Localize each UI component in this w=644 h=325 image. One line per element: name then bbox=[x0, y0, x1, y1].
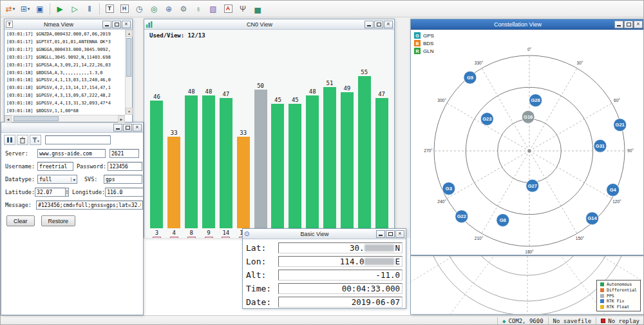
tools-button[interactable]: ⚙ bbox=[176, 2, 191, 15]
basic-row: Time:00:04:33.000 bbox=[246, 282, 402, 295]
maximize-button[interactable] bbox=[112, 21, 121, 28]
connect-button[interactable]: ⇄▾ bbox=[3, 2, 17, 15]
cn0-value-label: 47 bbox=[378, 91, 385, 97]
message-input[interactable] bbox=[36, 201, 143, 210]
minimize-button[interactable] bbox=[376, 230, 385, 238]
satellite-marker[interactable]: G16 bbox=[522, 110, 535, 123]
cn0-bar bbox=[185, 95, 198, 228]
nmea-titlebar[interactable]: T Nmea View × bbox=[5, 19, 132, 30]
step-button[interactable]: ▷ bbox=[68, 2, 82, 15]
close-icon: × bbox=[636, 21, 639, 27]
scroll-down-icon[interactable]: ▼ bbox=[126, 108, 133, 115]
latitude-stepper[interactable]: ▲▼ bbox=[66, 188, 69, 197]
minimize-button[interactable] bbox=[365, 21, 374, 28]
globe-button[interactable]: ♁ bbox=[191, 2, 205, 15]
basic-titlebar[interactable]: ⊙ Basic View × bbox=[243, 229, 406, 239]
gnss-system-label: BDS bbox=[423, 41, 433, 46]
crosshair-button[interactable]: ⊕ bbox=[162, 2, 176, 15]
satellite-marker[interactable]: G22 bbox=[455, 210, 468, 223]
nmea-log[interactable]: [03:01:17] $GNZDA,000432.000,07,06,2019[… bbox=[5, 30, 125, 115]
minimize-button[interactable] bbox=[113, 124, 122, 132]
satellite-marker[interactable]: G27 bbox=[526, 179, 539, 192]
config-titlebar[interactable]: × bbox=[1, 123, 143, 133]
close-button[interactable]: × bbox=[395, 230, 404, 238]
satellite-marker[interactable]: G26 bbox=[529, 94, 542, 107]
annotate-button[interactable]: A bbox=[221, 2, 235, 15]
maximize-button[interactable] bbox=[123, 124, 132, 132]
scrollbar-thumb[interactable] bbox=[126, 38, 131, 77]
azimuth-label: 60° bbox=[614, 98, 620, 103]
maximize-button[interactable] bbox=[624, 21, 633, 28]
horizontal-scrollbar[interactable]: ◀ ▶ bbox=[5, 115, 125, 122]
satellite-marker[interactable]: G14 bbox=[586, 212, 599, 225]
skyplot-button[interactable]: ◎ bbox=[147, 2, 161, 15]
cn0-bar-slot: 45 bbox=[287, 97, 304, 229]
port-input[interactable] bbox=[109, 149, 139, 158]
scroll-right-icon[interactable]: ▶ bbox=[118, 115, 125, 123]
filter-input[interactable] bbox=[45, 135, 111, 144]
longitude-input[interactable] bbox=[105, 188, 144, 197]
close-button[interactable]: × bbox=[634, 21, 643, 28]
layers-button[interactable]: ▧ bbox=[206, 2, 220, 15]
datatype-select[interactable]: full ▼ bbox=[37, 175, 77, 184]
satellite-id: G27 bbox=[528, 183, 537, 189]
satellite-marker[interactable]: G21 bbox=[614, 119, 627, 132]
save-button[interactable]: ▣ bbox=[33, 2, 47, 15]
close-button[interactable]: × bbox=[122, 21, 131, 28]
minimize-button[interactable] bbox=[102, 21, 111, 28]
gnss-system-label: GLN bbox=[423, 48, 433, 54]
azimuth-label: 150° bbox=[576, 236, 585, 241]
satellite-marker[interactable]: G31 bbox=[594, 139, 607, 152]
pause-log-button[interactable] bbox=[4, 135, 15, 145]
hex-view-button[interactable]: H bbox=[117, 2, 131, 15]
play-button[interactable]: ▶ bbox=[53, 2, 67, 15]
clear-button[interactable]: Clear bbox=[6, 215, 35, 226]
svs-input[interactable] bbox=[104, 175, 142, 184]
status-bar: ◆ COM2, 9600 No savefile No replay bbox=[1, 315, 644, 325]
constellation-titlebar[interactable]: Constellation View × bbox=[411, 19, 644, 30]
filter-button[interactable] bbox=[30, 135, 41, 145]
fix-legend-item: PPS bbox=[600, 293, 637, 299]
views-button[interactable]: ⊞▾ bbox=[18, 2, 32, 15]
maximize-button[interactable] bbox=[374, 21, 383, 28]
scroll-left-icon[interactable]: ◀ bbox=[5, 115, 12, 123]
satellite-marker[interactable]: G9 bbox=[464, 71, 477, 84]
username-input[interactable] bbox=[37, 162, 73, 171]
close-button[interactable]: × bbox=[384, 21, 393, 28]
maximize-button[interactable] bbox=[386, 230, 395, 238]
connect-icon: ⇄ bbox=[6, 5, 12, 13]
password-input[interactable] bbox=[108, 162, 142, 171]
clock-button[interactable]: ◷ bbox=[132, 2, 146, 15]
vertical-scrollbar[interactable]: ▲ ▼ bbox=[125, 30, 132, 115]
gnss-system-icon: R bbox=[414, 48, 421, 54]
satellite-marker[interactable]: G8 bbox=[497, 213, 509, 226]
server-input[interactable] bbox=[37, 149, 106, 158]
satellite-marker[interactable]: G23 bbox=[480, 113, 493, 126]
cn0-bar bbox=[167, 137, 180, 228]
latitude-input[interactable] bbox=[35, 188, 66, 197]
satellite-marker[interactable]: G4 bbox=[607, 183, 620, 196]
restore-button[interactable]: Restore bbox=[41, 215, 76, 226]
chart-button[interactable]: ▅ bbox=[251, 2, 265, 15]
pause-button[interactable]: ‖ bbox=[82, 2, 97, 15]
clear-log-button[interactable] bbox=[17, 135, 28, 145]
antenna-button[interactable]: Ψ bbox=[236, 2, 250, 15]
cn0-value-label: 55 bbox=[361, 69, 368, 75]
skyplot-icon: ◎ bbox=[151, 5, 157, 13]
nmea-content: [03:01:17] $GNZDA,000432.000,07,06,2019[… bbox=[5, 30, 132, 122]
satellite-marker[interactable]: G3 bbox=[442, 182, 455, 195]
cn0-bar bbox=[150, 101, 163, 228]
close-button[interactable]: × bbox=[133, 124, 142, 132]
scrollbar-thumb[interactable] bbox=[14, 116, 59, 121]
cn0-bar-slot: 48 bbox=[183, 88, 200, 228]
dropdown-caret-icon: ▾ bbox=[13, 6, 15, 12]
cn0-bar-slot: 48 bbox=[200, 88, 218, 228]
minimize-button[interactable] bbox=[614, 21, 623, 28]
cn0-bar-slot: 33 bbox=[234, 130, 252, 228]
basic-row-value: 114.0E bbox=[278, 256, 402, 267]
cn0-titlebar[interactable]: CN0 View × bbox=[144, 19, 394, 30]
fix-type-label: PPS bbox=[607, 293, 614, 299]
scroll-up-icon[interactable]: ▲ bbox=[126, 30, 133, 37]
text-view-button[interactable]: T bbox=[102, 2, 117, 15]
password-label: Password: bbox=[77, 163, 108, 170]
